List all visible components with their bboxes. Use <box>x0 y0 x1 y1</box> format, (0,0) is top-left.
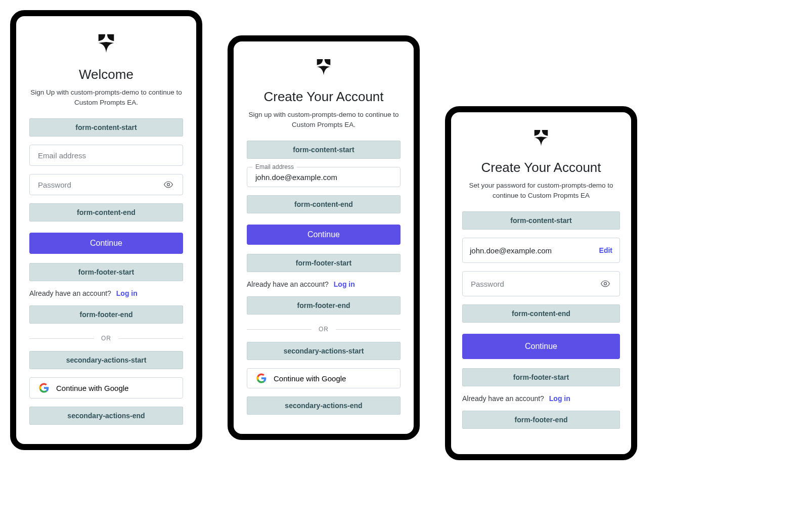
email-input[interactable] <box>37 151 175 160</box>
login-prompt-text: Already have an account? <box>29 289 111 297</box>
slot-marker-form-footer-end: form-footer-end <box>29 305 183 324</box>
or-label: OR <box>101 335 111 342</box>
password-input[interactable] <box>470 279 598 289</box>
login-prompt: Already have an account? Log in <box>29 289 183 297</box>
continue-with-google-button[interactable]: Continue with Google <box>29 377 183 398</box>
email-input[interactable] <box>254 172 393 182</box>
divider-line <box>336 329 401 330</box>
password-field[interactable] <box>462 271 620 296</box>
password-input[interactable] <box>37 180 161 190</box>
shield-icon <box>531 127 551 148</box>
slot-marker-form-footer-start: form-footer-start <box>247 254 401 272</box>
email-readonly-row: john.doe@example.com Edit <box>462 238 620 263</box>
continue-with-google-button[interactable]: Continue with Google <box>247 368 401 388</box>
slot-marker-form-footer-end: form-footer-end <box>247 296 401 315</box>
brand-logo <box>247 57 401 77</box>
svg-point-0 <box>167 184 170 186</box>
brand-logo <box>462 127 620 148</box>
eye-icon <box>600 279 610 289</box>
page-title: Create Your Account <box>247 89 401 105</box>
svg-point-1 <box>604 283 607 285</box>
email-field[interactable] <box>29 145 183 166</box>
google-icon <box>39 383 49 393</box>
page-subtitle: Sign Up with custom-prompts-demo to cont… <box>29 87 183 107</box>
google-button-label: Continue with Google <box>274 374 346 383</box>
shield-icon <box>95 31 118 55</box>
login-prompt-text: Already have an account? <box>247 280 329 288</box>
slot-marker-form-content-start: form-content-start <box>462 211 620 230</box>
continue-button[interactable]: Continue <box>29 233 183 254</box>
slot-marker-secondary-actions-end: secondary-actions-end <box>29 407 183 425</box>
page-subtitle: Sign up with custom-prompts-demo to cont… <box>247 110 401 129</box>
slot-marker-form-content-end: form-content-end <box>462 304 620 323</box>
signup-welcome-screen: Welcome Sign Up with custom-prompts-demo… <box>10 10 202 450</box>
email-field[interactable]: Email address <box>247 167 401 187</box>
slot-marker-form-content-start: form-content-start <box>247 141 401 159</box>
login-prompt: Already have an account? Log in <box>462 394 620 403</box>
slot-marker-form-footer-start: form-footer-start <box>462 368 620 386</box>
google-button-label: Continue with Google <box>56 384 128 392</box>
slot-marker-secondary-actions-start: secondary-actions-start <box>247 342 401 360</box>
password-field[interactable] <box>29 174 183 195</box>
toggle-password-visibility-button[interactable] <box>598 277 612 291</box>
page-title: Create Your Account <box>462 160 620 175</box>
toggle-password-visibility-button[interactable] <box>161 178 175 192</box>
continue-button[interactable]: Continue <box>247 225 401 245</box>
slot-marker-form-content-start: form-content-start <box>29 118 183 137</box>
divider-line <box>118 338 183 339</box>
shield-icon <box>314 57 334 77</box>
slot-marker-secondary-actions-end: secondary-actions-end <box>247 396 401 415</box>
edit-email-link[interactable]: Edit <box>599 246 612 254</box>
or-divider: OR <box>247 326 401 333</box>
divider-line <box>247 329 312 330</box>
or-label: OR <box>319 326 329 333</box>
divider-line <box>29 338 94 339</box>
continue-button[interactable]: Continue <box>462 334 620 359</box>
or-divider: OR <box>29 335 183 342</box>
login-prompt: Already have an account? Log in <box>247 280 401 288</box>
login-prompt-text: Already have an account? <box>462 394 544 403</box>
signup-identifier-screen: Create Your Account Sign up with custom-… <box>228 35 420 440</box>
email-float-label: Email address <box>252 163 297 170</box>
slot-marker-secondary-actions-start: secondary-actions-start <box>29 351 183 369</box>
slot-marker-form-footer-start: form-footer-start <box>29 263 183 281</box>
login-link[interactable]: Log in <box>549 394 570 403</box>
slot-marker-form-content-end: form-content-end <box>29 203 183 221</box>
slot-marker-form-content-end: form-content-end <box>247 195 401 213</box>
page-subtitle: Set your password for custom-prompts-dem… <box>462 181 620 200</box>
eye-icon <box>163 180 173 190</box>
login-link[interactable]: Log in <box>334 280 355 288</box>
brand-logo <box>29 31 183 55</box>
google-icon <box>256 373 267 383</box>
login-link[interactable]: Log in <box>116 289 138 297</box>
slot-marker-form-footer-end: form-footer-end <box>462 411 620 429</box>
page-title: Welcome <box>29 67 183 82</box>
email-readonly-value: john.doe@example.com <box>470 246 552 255</box>
signup-password-screen: Create Your Account Set your password fo… <box>445 106 637 460</box>
